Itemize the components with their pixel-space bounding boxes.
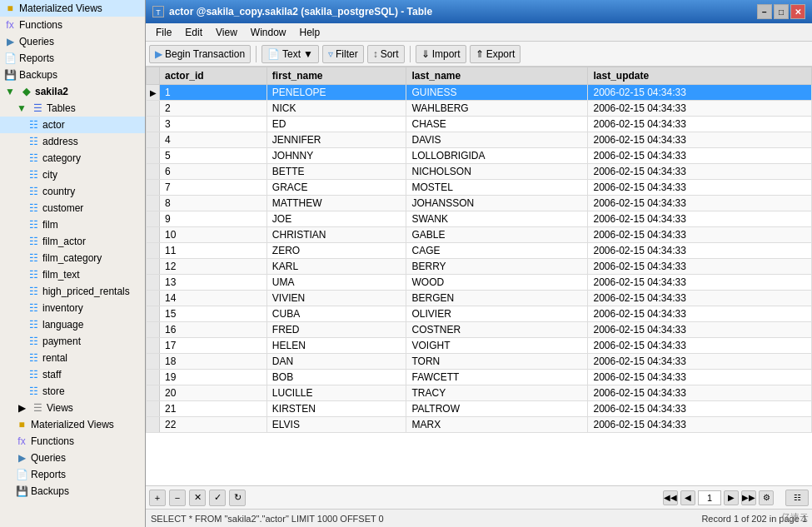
- table-cell[interactable]: 8: [160, 196, 267, 211]
- table-cell[interactable]: DAVIS: [406, 132, 588, 148]
- table-cell[interactable]: UMA: [267, 275, 406, 291]
- table-cell[interactable]: DAN: [267, 354, 406, 370]
- table-row[interactable]: ▶1PENELOPEGUINESS2006-02-15 04:34:33: [147, 85, 812, 101]
- sidebar-item-film-category[interactable]: ☷ film_category: [0, 250, 145, 266]
- table-cell[interactable]: 3: [160, 117, 267, 132]
- table-row[interactable]: 22ELVISMARX2006-02-15 04:34:33: [147, 417, 812, 433]
- table-row[interactable]: 16FREDCOSTNER2006-02-15 04:34:33: [147, 322, 812, 338]
- table-cell[interactable]: NICHOLSON: [406, 164, 588, 180]
- table-cell[interactable]: 12: [160, 259, 267, 275]
- table-cell[interactable]: 2006-02-15 04:34:33: [588, 370, 812, 385]
- next-page-button[interactable]: ▶: [724, 490, 739, 505]
- prev-page-button[interactable]: ◀: [680, 490, 695, 505]
- table-cell[interactable]: 2006-02-15 04:34:33: [588, 196, 812, 211]
- table-cell[interactable]: VOIGHT: [406, 338, 588, 354]
- sidebar-item-actor[interactable]: ☷ actor: [0, 117, 145, 133]
- table-cell[interactable]: 1: [160, 85, 267, 101]
- col-last-update[interactable]: last_update: [588, 67, 812, 85]
- first-page-button[interactable]: ◀◀: [663, 490, 678, 505]
- table-cell[interactable]: PENELOPE: [267, 85, 406, 101]
- maximize-button[interactable]: □: [774, 4, 789, 19]
- table-cell[interactable]: 2006-02-15 04:34:33: [588, 148, 812, 164]
- table-cell[interactable]: GRACE: [267, 180, 406, 196]
- table-row[interactable]: 18DANTORN2006-02-15 04:34:33: [147, 354, 812, 370]
- sidebar-item-customer[interactable]: ☷ customer: [0, 200, 145, 216]
- refresh-button[interactable]: ↻: [229, 490, 246, 506]
- last-page-button[interactable]: ▶▶: [741, 490, 756, 505]
- table-cell[interactable]: MOSTEL: [406, 180, 588, 196]
- table-cell[interactable]: 2006-02-15 04:34:33: [588, 180, 812, 196]
- table-cell[interactable]: 2006-02-15 04:34:33: [588, 259, 812, 275]
- menu-edit[interactable]: Edit: [178, 25, 209, 40]
- table-row[interactable]: 17HELENVOIGHT2006-02-15 04:34:33: [147, 338, 812, 354]
- table-cell[interactable]: 4: [160, 132, 267, 148]
- sidebar-item-reports-bottom[interactable]: 📄 Reports: [0, 466, 145, 483]
- col-actor-id[interactable]: actor_id: [160, 67, 267, 85]
- table-cell[interactable]: 2: [160, 101, 267, 117]
- table-cell[interactable]: NICK: [267, 101, 406, 117]
- table-row[interactable]: 3EDCHASE2006-02-15 04:34:33: [147, 117, 812, 132]
- sidebar-item-film-actor[interactable]: ☷ film_actor: [0, 233, 145, 250]
- table-cell[interactable]: 2006-02-15 04:34:33: [588, 322, 812, 338]
- sort-button[interactable]: ↕ Sort: [367, 45, 405, 63]
- sidebar-item-film[interactable]: ☷ film: [0, 216, 145, 233]
- table-cell[interactable]: 2006-02-15 04:34:33: [588, 227, 812, 243]
- table-row[interactable]: 7GRACEMOSTEL2006-02-15 04:34:33: [147, 180, 812, 196]
- table-cell[interactable]: JOHANSSON: [406, 196, 588, 211]
- table-cell[interactable]: 2006-02-15 04:34:33: [588, 243, 812, 259]
- table-cell[interactable]: TRACY: [406, 385, 588, 401]
- table-cell[interactable]: FRED: [267, 322, 406, 338]
- table-cell[interactable]: 19: [160, 370, 267, 385]
- table-cell[interactable]: PALTROW: [406, 401, 588, 417]
- check-button[interactable]: ✓: [209, 490, 226, 506]
- table-cell[interactable]: FAWCETT: [406, 370, 588, 385]
- table-cell[interactable]: CAGE: [406, 243, 588, 259]
- page-number-input[interactable]: [698, 490, 721, 505]
- table-cell[interactable]: BERRY: [406, 259, 588, 275]
- table-row[interactable]: 21KIRSTENPALTROW2006-02-15 04:34:33: [147, 401, 812, 417]
- table-cell[interactable]: 18: [160, 354, 267, 370]
- table-cell[interactable]: JOHNNY: [267, 148, 406, 164]
- table-cell[interactable]: CHASE: [406, 117, 588, 132]
- table-cell[interactable]: TORN: [406, 354, 588, 370]
- table-cell[interactable]: ZERO: [267, 243, 406, 259]
- minimize-button[interactable]: −: [757, 4, 772, 19]
- sidebar-item-inventory[interactable]: ☷ inventory: [0, 300, 145, 316]
- table-cell[interactable]: 2006-02-15 04:34:33: [588, 164, 812, 180]
- table-row[interactable]: 9JOESWANK2006-02-15 04:34:33: [147, 211, 812, 227]
- grid-view-button[interactable]: ☷: [785, 490, 809, 506]
- table-cell[interactable]: ED: [267, 117, 406, 132]
- table-cell[interactable]: BERGEN: [406, 291, 588, 306]
- close-button[interactable]: ✕: [790, 4, 805, 19]
- sidebar-item-payment[interactable]: ☷ payment: [0, 333, 145, 350]
- table-cell[interactable]: MATTHEW: [267, 196, 406, 211]
- table-cell[interactable]: SWANK: [406, 211, 588, 227]
- table-row[interactable]: 13UMAWOOD2006-02-15 04:34:33: [147, 275, 812, 291]
- table-cell[interactable]: 2006-02-15 04:34:33: [588, 275, 812, 291]
- table-row[interactable]: 15CUBAOLIVIER2006-02-15 04:34:33: [147, 306, 812, 322]
- sidebar-item-staff[interactable]: ☷ staff: [0, 366, 145, 383]
- table-cell[interactable]: 13: [160, 275, 267, 291]
- table-cell[interactable]: OLIVIER: [406, 306, 588, 322]
- sidebar-item-matviews-top[interactable]: ■ Materialized Views: [0, 0, 145, 17]
- table-cell[interactable]: KARL: [267, 259, 406, 275]
- menu-view[interactable]: View: [209, 25, 244, 40]
- sidebar-item-matviews-bottom[interactable]: ■ Materialized Views: [0, 416, 145, 433]
- table-cell[interactable]: 2006-02-15 04:34:33: [588, 417, 812, 433]
- table-cell[interactable]: LUCILLE: [267, 385, 406, 401]
- begin-transaction-button[interactable]: ▶ Begin Transaction: [149, 45, 251, 63]
- table-cell[interactable]: 6: [160, 164, 267, 180]
- sidebar-item-queries-bottom[interactable]: ▶ Queries: [0, 450, 145, 466]
- table-cell[interactable]: WAHLBERG: [406, 101, 588, 117]
- table-cell[interactable]: HELEN: [267, 338, 406, 354]
- table-cell[interactable]: 2006-02-15 04:34:33: [588, 211, 812, 227]
- table-cell[interactable]: 2006-02-15 04:34:33: [588, 85, 812, 101]
- table-cell[interactable]: 21: [160, 401, 267, 417]
- table-cell[interactable]: 17: [160, 338, 267, 354]
- sidebar-item-backups-bottom[interactable]: 💾 Backups: [0, 483, 145, 500]
- table-row[interactable]: 8MATTHEWJOHANSSON2006-02-15 04:34:33: [147, 196, 812, 211]
- col-first-name[interactable]: first_name: [267, 67, 406, 85]
- export-button[interactable]: ⇑ Export: [470, 45, 521, 63]
- table-cell[interactable]: GABLE: [406, 227, 588, 243]
- table-cell[interactable]: JOE: [267, 211, 406, 227]
